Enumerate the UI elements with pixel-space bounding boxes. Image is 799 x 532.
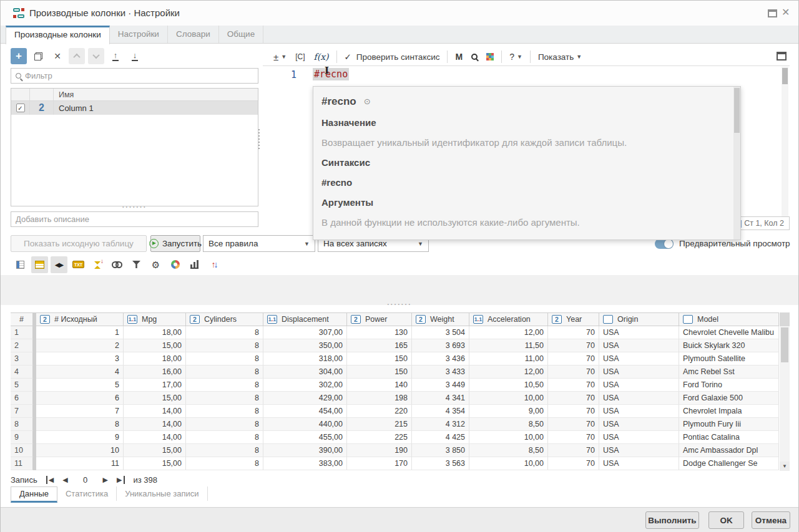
maximize-window-icon[interactable] bbox=[768, 9, 777, 17]
editor-scrollbar-thumb[interactable] bbox=[782, 68, 788, 84]
last-record-button[interactable]: ▶ bbox=[117, 476, 124, 484]
ok-button[interactable]: OK bbox=[708, 511, 744, 529]
column-header-5[interactable]: 2Power bbox=[347, 312, 412, 326]
column-list-item[interactable]: ✓ 2 Column 1 bbox=[11, 101, 258, 115]
zoom-button[interactable] bbox=[467, 49, 482, 65]
table-row[interactable]: 9914,008455,002254 42510,0070USAPontiac … bbox=[11, 431, 779, 444]
table-cell: USA bbox=[599, 379, 679, 392]
table-row[interactable]: 4416,008304,001503 43312,0070USAAmc Rebe… bbox=[11, 365, 779, 379]
insert-operator-button[interactable]: ±▼ bbox=[269, 49, 291, 65]
bottom-tab-2[interactable]: Уникальные записи bbox=[117, 486, 207, 501]
prev-record-button[interactable]: ◀ bbox=[62, 476, 67, 484]
editor-code-line[interactable]: #recno bbox=[313, 69, 349, 80]
tab-3[interactable]: Общие bbox=[219, 26, 263, 43]
fit-columns-icon[interactable]: ◀▶ bbox=[51, 256, 67, 273]
table-row[interactable]: 8814,008440,002154 3128,5070USAPlymouth … bbox=[11, 418, 779, 431]
help-button[interactable]: ?▼ bbox=[505, 49, 527, 65]
next-record-button[interactable]: ▶ bbox=[103, 476, 108, 484]
text-view-icon[interactable]: TXT bbox=[70, 256, 87, 273]
column-enabled-checkbox[interactable]: ✓ bbox=[16, 104, 25, 112]
tab-1[interactable]: Настройки bbox=[110, 26, 168, 43]
table-row[interactable]: 1118,008307,001303 50412,0070USAChevrole… bbox=[11, 326, 779, 339]
rules-select[interactable]: Все правила▼ bbox=[203, 235, 315, 252]
row-headers-icon[interactable] bbox=[12, 256, 29, 273]
table-row[interactable]: 5517,008302,001403 44910,5070USAFord Tor… bbox=[11, 379, 779, 392]
column-header-1[interactable]: 2# Исходный bbox=[36, 312, 124, 326]
table-cell: 8 bbox=[186, 339, 263, 352]
filter-input[interactable]: Фильтр bbox=[11, 68, 258, 84]
tab-0[interactable]: Производные колонки bbox=[6, 26, 110, 44]
table-row[interactable]: 6615,008429,001984 34110,0070USAFord Gal… bbox=[11, 392, 779, 405]
bottom-tab-1[interactable]: Статистика bbox=[57, 486, 117, 501]
cancel-button[interactable]: Отмена bbox=[752, 511, 790, 529]
panel-resize-handle[interactable]: ······· bbox=[11, 203, 258, 211]
highlight-button[interactable] bbox=[482, 49, 498, 65]
table-scrollbar[interactable]: ▼ bbox=[780, 312, 790, 471]
expand-editor-button[interactable] bbox=[777, 52, 787, 60]
execute-button[interactable]: Выполнить bbox=[645, 511, 699, 529]
check-syntax-button[interactable]: ✓Проверить синтаксис bbox=[340, 49, 444, 65]
import-columns-button[interactable]: ↓ bbox=[127, 48, 143, 64]
export-data-icon[interactable]: ↓ bbox=[89, 256, 106, 273]
splitter-handle[interactable] bbox=[258, 129, 260, 149]
find-icon[interactable] bbox=[109, 256, 125, 273]
editor-line-number: 1 bbox=[269, 69, 297, 80]
first-record-button[interactable]: ◀ bbox=[46, 476, 54, 484]
bottom-tab-0[interactable]: Данные bbox=[11, 486, 57, 503]
eye-icon[interactable]: ⊙ bbox=[364, 90, 371, 113]
column-header-4[interactable]: 1.1Displacement bbox=[263, 312, 347, 326]
show-source-table-button[interactable]: Показать исходную таблицу bbox=[11, 235, 147, 252]
search-icon bbox=[16, 73, 21, 79]
table-cell: 3 850 bbox=[412, 444, 469, 457]
filter-icon[interactable] bbox=[128, 256, 145, 273]
settings-icon[interactable]: ⚙ bbox=[147, 256, 164, 273]
record-total-label: из 398 bbox=[134, 475, 158, 485]
column-header-8[interactable]: 2Year bbox=[548, 312, 599, 326]
add-column-button[interactable]: + bbox=[11, 48, 27, 64]
table-header-row: #2# Исходный1.1Mpg2Cylinders1.1Displacem… bbox=[11, 312, 779, 326]
move-down-button[interactable] bbox=[88, 48, 104, 64]
close-window-icon[interactable]: ✕ bbox=[782, 6, 790, 18]
column-header-2[interactable]: 1.1Mpg bbox=[124, 312, 186, 326]
column-header-10[interactable]: Model bbox=[679, 312, 779, 326]
column-header-9[interactable]: Origin bbox=[599, 312, 679, 326]
table-row[interactable]: 3318,008318,001503 43611,0070USAPlymouth… bbox=[11, 352, 779, 365]
column-header-0[interactable]: # bbox=[11, 312, 33, 326]
insert-function-button[interactable]: f(x) bbox=[310, 49, 333, 65]
tab-2[interactable]: Словари bbox=[168, 26, 219, 43]
delete-column-button[interactable]: ✕ bbox=[49, 48, 66, 64]
column-header-7[interactable]: 1.1Acceleration bbox=[469, 312, 548, 326]
table-cell: 302,00 bbox=[263, 379, 347, 392]
table-row[interactable]: 111115,008383,001703 56310,0070USADodge … bbox=[11, 457, 779, 470]
table-cell: 70 bbox=[548, 405, 599, 418]
table-scrollbar-thumb[interactable] bbox=[781, 327, 788, 362]
sort-icon[interactable]: ↑↓ bbox=[205, 256, 222, 273]
table-row[interactable]: 101015,008390,001903 8508,5070USAAmc Amb… bbox=[11, 444, 779, 457]
popup-function-name: #recno⊙ bbox=[321, 90, 725, 113]
record-number-value[interactable]: 0 bbox=[77, 475, 94, 485]
run-button[interactable]: Запустить bbox=[150, 235, 200, 252]
duplicate-column-button[interactable] bbox=[30, 48, 46, 64]
table-view-icon[interactable] bbox=[31, 256, 48, 273]
table-cell: 150 bbox=[347, 352, 412, 365]
editor-scrollbar[interactable] bbox=[782, 67, 788, 223]
macro-button[interactable]: M bbox=[451, 49, 467, 65]
table-scroll-corner bbox=[780, 312, 790, 326]
description-input[interactable]: Добавить описание bbox=[11, 211, 258, 227]
popup-scrollbar[interactable] bbox=[733, 87, 740, 239]
column-header-3[interactable]: 2Cylinders bbox=[186, 312, 263, 326]
table-row[interactable]: 2215,008350,001653 69311,5070USABuick Sk… bbox=[11, 339, 779, 352]
format-colors-icon[interactable] bbox=[167, 256, 184, 273]
scroll-down-arrow-icon[interactable]: ▼ bbox=[780, 462, 790, 471]
table-row[interactable]: 7714,008454,002204 3549,0070USAChevrolet… bbox=[11, 405, 779, 418]
column-header-6[interactable]: 2Weight bbox=[412, 312, 469, 326]
table-resize-handle[interactable]: ······· bbox=[1, 301, 798, 308]
chart-icon[interactable] bbox=[186, 256, 203, 273]
popup-scrollbar-thumb[interactable] bbox=[734, 88, 740, 133]
table-cell: 70 bbox=[548, 418, 599, 431]
export-columns-button[interactable]: ↑ bbox=[107, 48, 124, 64]
show-menu-button[interactable]: Показать▼ bbox=[534, 49, 586, 65]
insert-column-button[interactable]: [C] bbox=[291, 49, 309, 65]
move-up-button[interactable] bbox=[69, 48, 85, 64]
type-column-header bbox=[30, 89, 54, 100]
